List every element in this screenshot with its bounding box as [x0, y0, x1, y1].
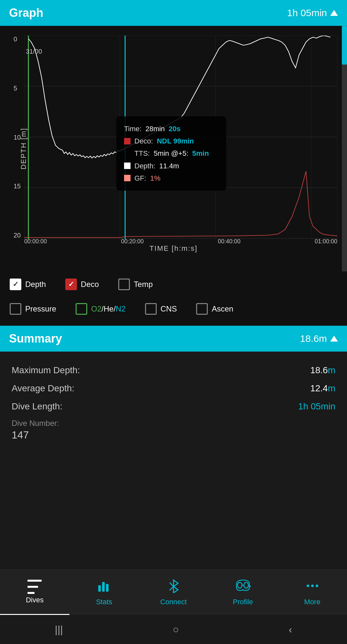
tooltip-gf-value: 1% [150, 173, 161, 184]
chart-scrollbar-thumb[interactable] [342, 26, 347, 65]
tooltip-deco-label: Deco: [134, 135, 153, 147]
summary-dive-length-value: 1h 05min [298, 401, 335, 412]
summary-max-depth-value: 18.6m [310, 365, 335, 375]
summary-title: Summary [9, 332, 62, 345]
summary-max-depth: Maximum Depth: 18.6m [12, 361, 335, 379]
tooltip-deco-value: NDL 99min [157, 135, 194, 147]
nav-item-stats[interactable]: Stats [69, 570, 139, 615]
tooltip-time-seconds: 20s [169, 123, 181, 134]
checkbox-row-1: ✓ Depth ✓ Deco Temp [0, 271, 347, 300]
summary-avg-depth: Average Depth: 12.4m [12, 379, 335, 397]
checkbox-deco-box[interactable]: ✓ [65, 279, 77, 290]
checkbox-depth-label: Depth [25, 280, 46, 289]
checkbox-depth[interactable]: ✓ Depth [10, 279, 46, 290]
checkbox-ascent-label: Ascen [212, 304, 233, 313]
graph-header: Graph 1h 05min [0, 0, 347, 26]
tooltip-depth-label: Depth: [134, 160, 155, 172]
tooltip-time-value: 28min [145, 123, 165, 134]
tooltip-depth-swatch [124, 163, 131, 169]
tooltip-depth-value: 11.4m [159, 160, 179, 172]
checkbox-gas[interactable]: O2/He/N2 [76, 303, 126, 315]
checkbox-temp-label: Temp [134, 280, 153, 289]
x-axis-label: TIME [h:m:s] [150, 244, 198, 253]
bluetooth-icon [167, 579, 180, 596]
bottom-navigation: Dives Stats Connect [0, 570, 347, 615]
graph-title: Graph [9, 6, 43, 20]
checkbox-depth-box[interactable]: ✓ [10, 279, 21, 290]
tooltip-deco-swatch [124, 138, 131, 144]
nav-label-connect: Connect [160, 598, 187, 606]
chart-area[interactable]: DEPTH [m] 0 5 10 15 20 00:00:00 00:2 [0, 26, 347, 271]
nav-label-profile: Profile [233, 598, 253, 606]
checkbox-ascent-box[interactable] [196, 303, 208, 315]
checkbox-row-2: Pressure O2/He/N2 CNS Ascen [0, 300, 347, 326]
nav-label-stats: Stats [96, 598, 112, 606]
checkbox-deco-label: Deco [81, 280, 99, 289]
tooltip-gf-swatch [124, 175, 131, 181]
checkbox-cns-label: CNS [161, 304, 177, 313]
summary-dive-length-label: Dive Length: [12, 401, 62, 412]
nav-item-more[interactable]: More [278, 570, 347, 615]
summary-collapse-icon[interactable] [330, 336, 338, 342]
tooltip-gf-label: GF: [134, 173, 146, 184]
checkbox-cns[interactable]: CNS [145, 303, 177, 315]
grid-label: 31/00 [26, 48, 42, 55]
svg-point-19 [311, 585, 314, 587]
summary-dive-length: Dive Length: 1h 05min [12, 397, 335, 416]
nav-item-connect[interactable]: Connect [139, 570, 208, 615]
nav-label-dives: Dives [26, 596, 44, 604]
summary-avg-depth-label: Average Depth: [12, 383, 74, 394]
checkbox-cns-box[interactable] [145, 303, 157, 315]
tooltip-time-label: Time: [124, 123, 142, 134]
chart-scrollbar[interactable] [342, 26, 347, 271]
phone-recent-btn[interactable]: ||| [55, 624, 63, 636]
checkbox-pressure-label: Pressure [25, 304, 56, 313]
graph-collapse-icon[interactable] [330, 10, 338, 16]
svg-rect-14 [106, 584, 109, 592]
profile-icon [235, 579, 251, 596]
nav-label-more: More [304, 598, 321, 606]
dives-icon [27, 580, 42, 594]
checkbox-gas-box[interactable] [76, 303, 87, 315]
checkbox-temp-box[interactable] [118, 279, 130, 290]
svg-point-15 [237, 582, 242, 588]
checkmark-depth: ✓ [13, 280, 18, 289]
summary-avg-depth-value: 12.4m [310, 383, 335, 394]
svg-point-18 [307, 585, 309, 587]
summary-depth-badge: 18.6m [300, 333, 338, 344]
summary-content: Maximum Depth: 18.6m Average Depth: 12.4… [0, 352, 347, 451]
nav-item-profile[interactable]: Profile [208, 570, 278, 615]
tooltip-tts-value: 5min @+5: [154, 148, 188, 159]
checkbox-deco[interactable]: ✓ Deco [65, 279, 99, 290]
x-axis-ticks: 00:00:00 00:20:00 00:40:00 01:00:00 [24, 238, 337, 245]
checkmark-deco: ✓ [68, 280, 74, 289]
summary-max-depth-label: Maximum Depth: [12, 365, 80, 375]
svg-point-16 [244, 582, 248, 588]
phone-back-btn[interactable]: ‹ [289, 624, 292, 636]
more-icon [305, 579, 320, 596]
tooltip-tts-label: TTS: [134, 148, 150, 159]
y-axis-ticks: 0 5 10 15 20 [14, 36, 21, 239]
stats-icon [97, 579, 111, 596]
svg-rect-13 [102, 582, 105, 592]
phone-bottom-bar: ||| ○ ‹ [0, 615, 347, 644]
checkbox-ascent[interactable]: Ascen [196, 303, 233, 315]
svg-rect-12 [98, 585, 101, 592]
chart-tooltip: Time: 28min 20s Deco: NDL 99min TTS: 5mi… [116, 116, 226, 191]
checkbox-pressure[interactable]: Pressure [10, 303, 56, 315]
summary-dive-number-value: 147 [12, 429, 335, 441]
summary-dive-number-label: Dive Number: [12, 419, 335, 428]
checkbox-pressure-box[interactable] [10, 303, 21, 315]
nav-item-dives[interactable]: Dives [0, 570, 69, 615]
summary-header: Summary 18.6m [0, 326, 347, 352]
tooltip-tts-value2: 5min [192, 148, 209, 159]
phone-home-btn[interactable]: ○ [173, 624, 179, 636]
checkbox-gas-label: O2/He/N2 [91, 304, 126, 313]
checkbox-temp[interactable]: Temp [118, 279, 153, 290]
svg-point-20 [316, 585, 318, 587]
graph-duration: 1h 05min [287, 7, 338, 18]
